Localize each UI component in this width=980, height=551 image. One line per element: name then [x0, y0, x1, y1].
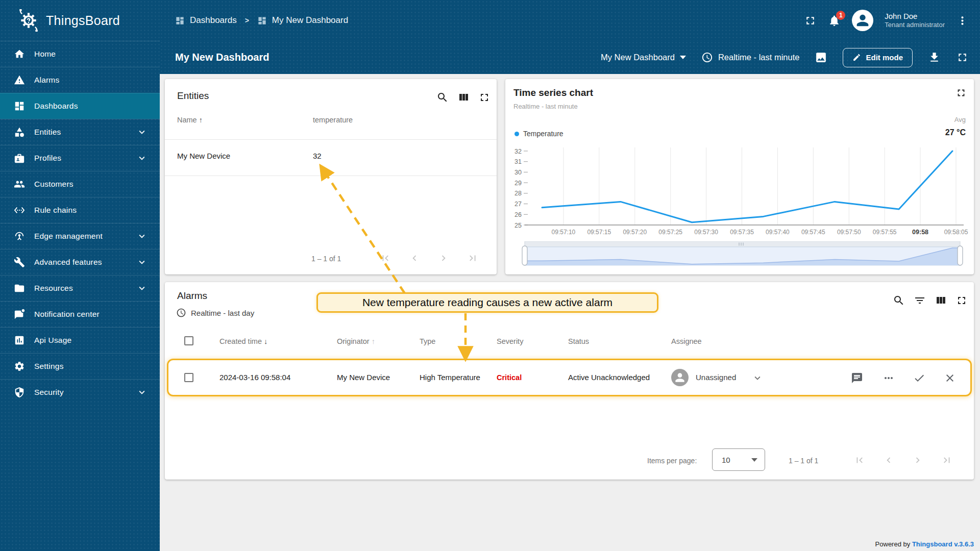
alarms-column-status[interactable]: Status [568, 337, 589, 345]
table-row[interactable]: My New Device 32 [165, 140, 497, 176]
alarm-table-row[interactable]: 2024-03-16 09:58:04 My New Device High T… [167, 359, 972, 396]
sidebar-item-notification-center[interactable]: Notification center [0, 301, 160, 327]
svg-text:25: 25 [514, 222, 522, 229]
items-per-page-select[interactable]: 10 [712, 448, 765, 471]
sidebar-item-advanced-features[interactable]: Advanced features [0, 249, 160, 275]
dashboard-image-button[interactable] [815, 51, 827, 64]
clock-icon [701, 52, 713, 63]
notifications-button[interactable]: 1 [828, 14, 841, 27]
alarms-column-assignee[interactable]: Assignee [671, 337, 702, 345]
sidebar-item-label: Resources [34, 284, 127, 293]
sidebar-item-customers[interactable]: Customers [0, 171, 160, 197]
sidebar-item-label: Edge management [34, 232, 127, 241]
sidebar-item-api-usage[interactable]: Api Usage [0, 327, 160, 353]
chart-legend[interactable]: Temperature [514, 130, 564, 138]
select-all-checkbox[interactable] [184, 336, 193, 345]
logo-text: ThingsBoard [46, 13, 120, 28]
fullscreen-icon [804, 14, 817, 27]
alarms-timewindow[interactable]: Realtime - last day [176, 308, 254, 318]
entities-column-name[interactable]: Name ↑ [177, 116, 203, 124]
row-checkbox[interactable] [184, 373, 193, 382]
search-icon[interactable] [893, 294, 905, 307]
breadcrumb-current[interactable]: My New Dashboard [272, 15, 348, 26]
next-page-icon[interactable] [912, 455, 923, 466]
annotation-callout: New temperature reading causes a new act… [316, 292, 658, 313]
version-link[interactable]: Thingsboard v.3.6.3 [912, 540, 974, 548]
last-page-icon[interactable] [467, 253, 478, 264]
svg-text:09:57:15: 09:57:15 [587, 229, 611, 236]
svg-text:29: 29 [514, 180, 522, 187]
alarms-column-originator[interactable]: Originator ↑ [337, 337, 375, 345]
app-logo[interactable]: ThingsBoard [0, 0, 160, 41]
first-page-icon[interactable] [854, 455, 865, 466]
chart-datazoom-slider[interactable] [505, 241, 974, 268]
timewindow-button[interactable]: Realtime - last minute [701, 52, 800, 63]
chevron-down-icon[interactable] [752, 372, 763, 384]
sidebar-item-settings[interactable]: Settings [0, 353, 160, 379]
alarm-more-button[interactable] [883, 372, 895, 384]
sidebar-item-label: Notification center [34, 310, 148, 319]
toolbar-fullscreen-button[interactable] [956, 51, 969, 64]
svg-text:09:57:25: 09:57:25 [658, 229, 682, 236]
close-icon [944, 372, 956, 384]
alarm-acknowledge-button[interactable] [913, 372, 925, 384]
svg-text:30: 30 [514, 169, 522, 176]
alarm-details-button[interactable] [851, 372, 863, 384]
prev-page-icon[interactable] [883, 455, 894, 466]
alarms-column-type[interactable]: Type [420, 337, 435, 345]
fullscreen-icon[interactable] [955, 294, 968, 307]
sidebar-item-label: Api Usage [34, 336, 148, 345]
user-block: John Doe Tenant administrator [885, 12, 945, 30]
assignee-avatar [671, 369, 689, 386]
sidebar-item-label: Advanced features [34, 258, 127, 267]
columns-icon[interactable] [935, 294, 947, 307]
agg-column-header: Avg [954, 116, 966, 123]
entities-column-temperature[interactable]: temperature [313, 116, 353, 124]
alarms-column-created-time[interactable]: Created time ↓ [219, 337, 267, 345]
breadcrumb-parent[interactable]: Dashboards [190, 15, 237, 26]
alarm-severity-cell: Critical [497, 373, 522, 382]
sidebar-item-dashboards[interactable]: Dashboards [0, 93, 160, 119]
alarm-clear-button[interactable] [944, 372, 956, 384]
powered-by-text: Powered by [875, 540, 911, 548]
sidebar-item-security[interactable]: Security [0, 379, 160, 405]
dashboard-state-select[interactable]: My New Dashboard [601, 53, 686, 62]
fullscreen-icon[interactable] [478, 91, 491, 104]
sidebar-item-rule-chains[interactable]: Rule chains [0, 197, 160, 223]
filter-icon[interactable] [914, 294, 926, 307]
fullscreen-icon [956, 51, 969, 64]
header-fullscreen-button[interactable] [804, 14, 817, 27]
search-icon[interactable] [436, 91, 449, 104]
svg-text:32: 32 [514, 148, 522, 155]
sidebar-item-alarms[interactable]: Alarms [0, 67, 160, 93]
svg-text:09:58: 09:58 [912, 229, 928, 236]
columns-icon[interactable] [457, 91, 470, 104]
dashboard-toolbar: My New Dashboard My New Dashboard Realti… [160, 41, 980, 74]
fullscreen-icon[interactable] [955, 87, 967, 98]
dashboards-icon [175, 16, 185, 26]
svg-text:09:58:05: 09:58:05 [944, 229, 968, 236]
sidebar-item-resources[interactable]: Resources [0, 275, 160, 301]
dashboard-icon [257, 16, 267, 26]
sidebar-item-home[interactable]: Home [0, 41, 160, 67]
next-page-icon[interactable] [438, 253, 449, 264]
sidebar-item-entities[interactable]: Entities [0, 119, 160, 145]
sidebar-item-profiles[interactable]: Profiles [0, 145, 160, 171]
sidebar-item-label: Security [34, 388, 127, 397]
legend-series-label: Temperature [523, 130, 564, 138]
sidebar-item-label: Alarms [34, 76, 148, 85]
edit-mode-button[interactable]: Edit mode [843, 48, 913, 67]
export-dashboard-button[interactable] [928, 51, 941, 64]
svg-text:09:57:50: 09:57:50 [837, 229, 861, 236]
timewindow-label: Realtime - last minute [718, 53, 800, 62]
prev-page-icon[interactable] [409, 253, 420, 264]
tools-icon [14, 257, 25, 268]
entities-icon [14, 127, 25, 138]
last-page-icon[interactable] [941, 455, 952, 466]
chevron-down-icon [680, 56, 686, 59]
alarms-column-severity[interactable]: Severity [497, 337, 523, 345]
first-page-icon[interactable] [380, 253, 391, 264]
header-menu-button[interactable] [956, 14, 969, 27]
sidebar-item-edge-management[interactable]: Edge management [0, 223, 160, 249]
avatar[interactable] [852, 10, 873, 31]
